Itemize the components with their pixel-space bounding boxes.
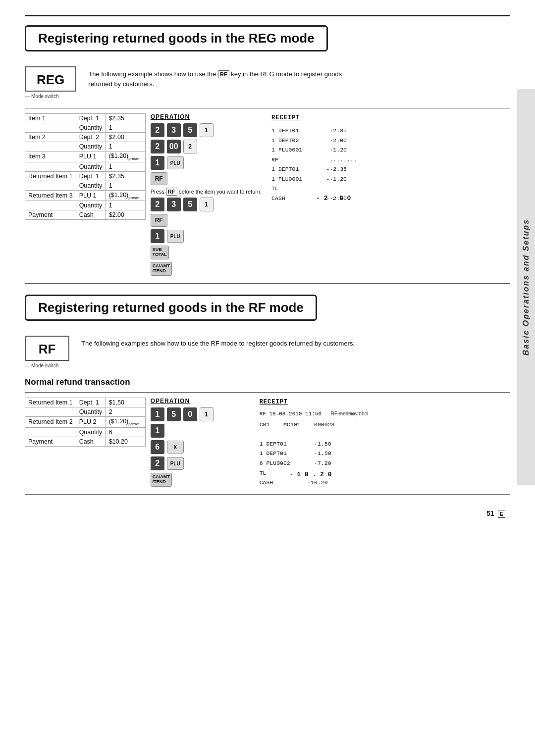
rf-key: RF bbox=[151, 172, 167, 185]
reg-divider-top bbox=[25, 108, 510, 108]
item-price: ($1.20)preset bbox=[106, 190, 145, 201]
rf-mode-switch-line: Mode switch bbox=[25, 363, 69, 368]
reg-mode-label: REG bbox=[37, 72, 64, 88]
reg-mode-switch-line: Mode switch bbox=[25, 94, 76, 99]
op-row-5: 2 3 5 1 bbox=[151, 198, 262, 211]
key-00: 00 bbox=[167, 140, 181, 153]
reg-receipt-text: 1 DEPT01 ·2.35 1 DEPT02 ·2.00 1 PLU0001 … bbox=[271, 126, 380, 203]
key-2c: 2 bbox=[151, 198, 164, 211]
normal-refund-title: Normal refund transaction bbox=[25, 377, 510, 387]
table-row: Payment Cash $2.00 bbox=[25, 210, 146, 220]
reg-mode-switch-text: Mode switch bbox=[31, 94, 59, 99]
key-1c: 1 bbox=[200, 198, 214, 211]
op-row-2: 2 00 2 bbox=[151, 140, 262, 153]
rf-receipt-col: RECEIPT RF 18-08-2010 11:50 RF mode symb… bbox=[260, 398, 369, 480]
reg-receipt-col: RECEIPT 1 DEPT01 ·2.35 1 DEPT02 ·2.00 1 … bbox=[271, 113, 380, 203]
reg-op-receipt-wrapper: Item 1 Dept. 1 $2.35 Quantity 1 Item 2 D… bbox=[25, 113, 510, 278]
table-row: Payment Cash $10.20 bbox=[25, 437, 146, 446]
sidebar-label: Basic Operations and Setups bbox=[522, 219, 531, 355]
rf-intro-text: The following examples show how to use t… bbox=[81, 339, 355, 349]
reg-intro-rf-key: RF bbox=[218, 70, 229, 78]
rf-op-row-1: 1 5 0 1 bbox=[151, 407, 250, 421]
reg-intro-before: The following example shows how to use t… bbox=[88, 70, 216, 78]
item-price: ($1.20)preset bbox=[106, 417, 145, 428]
rf-mode-switch-text: Mode switch bbox=[31, 363, 59, 368]
rf-section-title-box: Registering returned goods in the RF mod… bbox=[25, 295, 317, 321]
page-marker: E bbox=[498, 510, 505, 518]
key-2b: 2 bbox=[151, 140, 164, 153]
table-row: Quantity 6 bbox=[25, 427, 146, 437]
rf-tl-value: · 1 0 . 2 0 bbox=[289, 470, 369, 480]
rf-receipt-header: RECEIPT bbox=[260, 398, 369, 407]
rf-divider-top bbox=[25, 392, 510, 393]
rf-intro-content: The following examples show how to use t… bbox=[81, 340, 355, 347]
reg-divider-bottom bbox=[25, 283, 510, 284]
item-qty: 1 bbox=[106, 142, 145, 151]
op-row-8: SUBTOTAL bbox=[151, 246, 262, 259]
item-label bbox=[25, 123, 76, 133]
reg-intro-text: The following example shows how to use t… bbox=[88, 69, 366, 89]
page-container: Registering returned goods in the REG mo… bbox=[0, 0, 535, 529]
key-5: 5 bbox=[183, 123, 197, 137]
key-3: 3 bbox=[167, 123, 181, 137]
table-row: Quantity 1 bbox=[25, 201, 146, 210]
item-label: Item 3 bbox=[25, 151, 76, 162]
op-note-press: Press bbox=[151, 189, 166, 195]
item-label bbox=[25, 201, 76, 210]
item-dept: Cash bbox=[76, 210, 106, 220]
plu-key: PLU bbox=[167, 156, 184, 169]
rf-items-table: Returned Item 1 Dept. 1 $1.50 Quantity 2… bbox=[25, 398, 146, 447]
rf-section-title: Registering returned goods in the RF mod… bbox=[38, 300, 304, 315]
op-row-9: CA/AMT/TEND bbox=[151, 262, 262, 276]
rf-mode-box: RF bbox=[25, 336, 69, 361]
plu-key-2: PLU bbox=[167, 230, 184, 243]
top-rule bbox=[25, 15, 510, 16]
item-label bbox=[25, 407, 76, 417]
op-row-3: 1 PLU bbox=[151, 156, 262, 170]
reg-operation-col: OPERATION 2 3 5 1 2 00 2 1 PLU RF bbox=[151, 113, 262, 278]
table-row: Returned Item 1 Dept. 1 $1.50 bbox=[25, 398, 146, 407]
item-qty: 1 bbox=[106, 162, 145, 171]
item-price: $2.35 bbox=[106, 171, 145, 181]
reg-mode-box-wrapper: REG Mode switch bbox=[25, 66, 76, 99]
table-row: Quantity 1 bbox=[25, 181, 146, 190]
rf-operation-col: OPERATION 1 5 0 1 1 6 X 2 PLU bbox=[151, 398, 250, 489]
rf-intro-row: RF Mode switch The following examples sh… bbox=[25, 336, 510, 368]
key-2: 2 bbox=[151, 123, 164, 137]
op-row-7: 1 PLU bbox=[151, 229, 262, 243]
table-row: Returned Item 1 Dept. 1 $2.35 bbox=[25, 171, 146, 181]
rf-mode-box-wrapper: RF Mode switch bbox=[25, 336, 69, 368]
item-price: ($1.20)preset bbox=[106, 151, 145, 162]
plu-key-rf: PLU bbox=[167, 457, 184, 470]
item-dept: PLU 1 bbox=[76, 151, 106, 162]
ca-amt-tend-key-rf: CA/AMT/TEND bbox=[151, 473, 172, 487]
item-qty-label: Quantity bbox=[76, 162, 106, 171]
op-row-6: RF bbox=[151, 214, 262, 227]
key-1b-rf: 1 bbox=[151, 424, 164, 438]
item-label bbox=[25, 162, 76, 171]
item-label: Payment bbox=[25, 210, 76, 220]
table-row: Quantity 1 bbox=[25, 123, 146, 133]
reg-section-title-box: Registering returned goods in the REG mo… bbox=[25, 25, 328, 51]
op-row-4: RF bbox=[151, 172, 262, 185]
item-dept: PLU 1 bbox=[76, 190, 106, 201]
op-note-rf-key: RF bbox=[166, 188, 177, 196]
preset-label: preset bbox=[128, 156, 139, 161]
item-label: Returned Item 1 bbox=[25, 171, 76, 181]
preset-label: preset bbox=[128, 422, 139, 426]
item-label: Returned Item 2 bbox=[25, 417, 76, 428]
item-qty: 6 bbox=[106, 427, 145, 437]
table-row: Item 3 PLU 1 ($1.20)preset bbox=[25, 151, 146, 162]
item-price: $2.00 bbox=[106, 133, 145, 142]
item-price: $1.50 bbox=[106, 398, 145, 407]
svg-marker-1 bbox=[351, 412, 356, 415]
op-note-text: before the item you want to return. bbox=[179, 189, 262, 195]
item-price: $2.35 bbox=[106, 114, 145, 123]
item-qty-label: Quantity bbox=[76, 201, 106, 210]
item-qty-label: Quantity bbox=[76, 142, 106, 151]
rf-op-row-2: 1 bbox=[151, 424, 250, 438]
item-dept: Dept. 1 bbox=[76, 171, 106, 181]
table-row: Quantity 1 bbox=[25, 142, 146, 151]
rf-op-receipt-wrapper: Returned Item 1 Dept. 1 $1.50 Quantity 2… bbox=[25, 398, 510, 489]
item-qty: 1 bbox=[106, 201, 145, 210]
